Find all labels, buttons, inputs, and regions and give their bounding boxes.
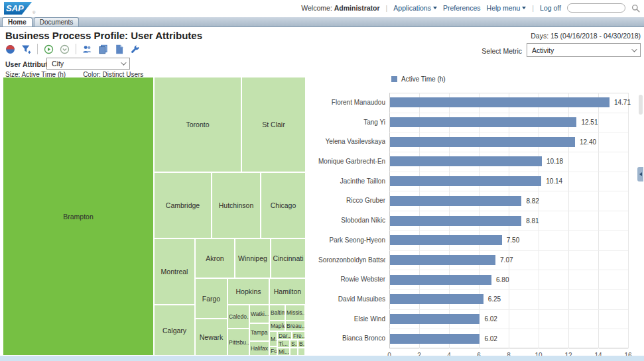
chevron-down-circle-icon[interactable] <box>60 44 70 54</box>
toolbar-divider <box>37 44 38 54</box>
copy-icon[interactable] <box>98 44 108 54</box>
menu-divider: | <box>386 4 388 12</box>
category-label: Ricco Gruber <box>318 191 385 211</box>
sap-logo[interactable]: SAP <box>4 2 32 15</box>
bar-yelena-vasilevskaya[interactable] <box>390 137 575 147</box>
treemap-tile[interactable] <box>290 348 297 355</box>
chevron-down-icon <box>631 46 637 52</box>
value-label: 6.25 <box>488 294 501 304</box>
treemap-tile-chicago[interactable]: Chicago <box>261 173 305 238</box>
treemap-tile-fargo[interactable]: Fargo <box>196 279 227 318</box>
row-separator <box>389 309 628 310</box>
row-separator <box>389 329 628 329</box>
treemap-tile-montreal[interactable]: Montreal <box>155 239 194 304</box>
treemap-tile-dar[interactable]: Dar... <box>278 332 291 339</box>
value-label: 10.18 <box>547 156 563 166</box>
metric-dropdown[interactable]: Activity <box>527 43 641 57</box>
treemap-tile-missis[interactable]: Missis... <box>286 305 304 320</box>
treemap-tile-fre[interactable]: Fre... <box>292 332 304 339</box>
treemap-tile-calgary[interactable]: Calgary <box>155 305 194 355</box>
bar-slobodan-nikic[interactable] <box>390 216 521 226</box>
log-off-link[interactable]: Log off <box>540 4 561 12</box>
bar-tang-yi[interactable] <box>390 117 576 127</box>
category-label: Park Seong-Hyeon <box>318 231 385 250</box>
treemap-tile-hopkins[interactable]: Hopkins <box>228 279 269 304</box>
treemap-tile-halifax[interactable]: Halifax <box>250 342 269 355</box>
bar-florent-manaudou[interactable] <box>390 97 610 107</box>
value-label: 8.82 <box>526 196 539 206</box>
value-label: 6.02 <box>484 314 497 324</box>
treemap-tile-s[interactable]: S... <box>290 340 297 347</box>
vertical-scrollbar-thumb[interactable] <box>639 95 643 115</box>
bar-soronzonboldyn-battsetseg[interactable] <box>390 255 495 265</box>
row-separator <box>389 152 628 152</box>
treemap-tile-cambridge[interactable]: Cambridge <box>155 173 211 238</box>
treemap-tile-hutchinson[interactable]: Hutchinson <box>212 173 260 238</box>
bar-ricco-gruber[interactable] <box>390 196 521 206</box>
treemap-tile-winnipeg[interactable]: Winnipeg <box>235 239 270 278</box>
treemap-tile-watki[interactable]: Watki... <box>250 305 269 323</box>
global-search-input[interactable] <box>567 3 625 13</box>
treemap-tile-cincinnati[interactable]: Cincinnati <box>271 239 305 278</box>
document-icon[interactable] <box>114 44 124 54</box>
tab-documents[interactable]: Documents <box>34 17 80 26</box>
gridline <box>628 93 629 348</box>
category-label: Yelena Vasilevskaya <box>318 132 385 152</box>
treemap-tile-toronto[interactable]: Toronto <box>155 77 241 172</box>
treemap-tile-m[interactable]: M... <box>270 332 277 346</box>
filter-add-icon[interactable] <box>21 44 31 54</box>
treemap-tile-fo[interactable]: Fo... <box>270 347 277 355</box>
top-menu: Welcome: Administrator | Applications Pr… <box>301 3 640 13</box>
bar-elsie-wind[interactable] <box>390 314 480 324</box>
treemap-tile-newark[interactable]: Newark <box>196 319 227 355</box>
chart-legend: Active Time (h) <box>391 76 446 83</box>
treemap-tile[interactable] <box>298 348 304 355</box>
bar-monique-garbrecht-enfeldt[interactable] <box>390 156 542 166</box>
treemap-tile-tampa[interactable]: Tampa <box>250 324 269 340</box>
welcome-label: Welcome: <box>301 4 332 12</box>
legend-label: Active Time (h) <box>401 76 446 83</box>
user-attribute-dropdown[interactable]: City <box>46 58 130 70</box>
category-label: Florent Manaudou <box>318 93 385 113</box>
bar-rowie-webster[interactable] <box>390 275 491 285</box>
panel-collapse-handle[interactable] <box>637 167 643 181</box>
row-separator <box>389 289 628 290</box>
applications-menu[interactable]: Applications <box>393 4 437 12</box>
bar-david-musuibes[interactable] <box>390 294 483 304</box>
bar-jacinthe-taillon[interactable] <box>390 176 541 186</box>
treemap-tile-ti[interactable]: Ti... <box>278 340 289 347</box>
row-separator <box>389 270 628 270</box>
treemap-tile-hamilton[interactable]: Hamilton <box>270 279 305 304</box>
category-label: Rowie Webster <box>318 270 385 289</box>
treemap-tile-pittsbu[interactable]: Pittsbu... <box>228 329 249 355</box>
search-icon[interactable] <box>631 4 640 13</box>
welcome-text: Welcome: Administrator <box>301 4 379 12</box>
users-icon[interactable] <box>82 44 92 54</box>
treemap-tile-caledo[interactable]: Caledo... <box>228 305 249 328</box>
metric-dropdown-value: Activity <box>532 46 554 54</box>
sap-logo-registered-mark: ® <box>32 11 35 15</box>
treemap-tile-baltim[interactable]: Baltim... <box>270 305 285 320</box>
treemap-tile-st-clair[interactable]: St Clair <box>242 77 305 172</box>
help-menu[interactable]: Help menu <box>487 4 527 12</box>
pie-chart-icon[interactable] <box>5 44 15 54</box>
run-icon[interactable] <box>44 44 54 54</box>
treemap-tile-brampton[interactable]: Brampton <box>3 77 153 355</box>
bar-bianca-bronco[interactable] <box>390 334 480 344</box>
wrench-icon[interactable] <box>130 44 140 54</box>
chevron-down-icon <box>522 7 526 9</box>
category-label: Soronzonboldyn Battsetseg <box>318 250 385 270</box>
category-label: Bianca Bronco <box>318 329 385 348</box>
tab-home[interactable]: Home <box>2 17 32 26</box>
select-metric-label: Select Metric <box>482 47 522 55</box>
category-label: Slobodan Nikic <box>318 211 385 231</box>
preferences-link[interactable]: Preferences <box>443 4 481 12</box>
treemap-tile-maple[interactable]: Maple... <box>270 321 285 331</box>
treemap-tile-b[interactable]: B... <box>298 340 304 347</box>
chevron-down-icon <box>121 60 126 65</box>
treemap-tile-mi[interactable]: Mi... <box>278 348 289 355</box>
bar-park-seong-hyeon[interactable] <box>390 235 502 245</box>
treemap-tile-breau[interactable]: Breau... <box>286 321 304 331</box>
treemap-tile-akron[interactable]: Akron <box>196 239 234 278</box>
user-attribute-label: User Attribute <box>5 60 52 68</box>
